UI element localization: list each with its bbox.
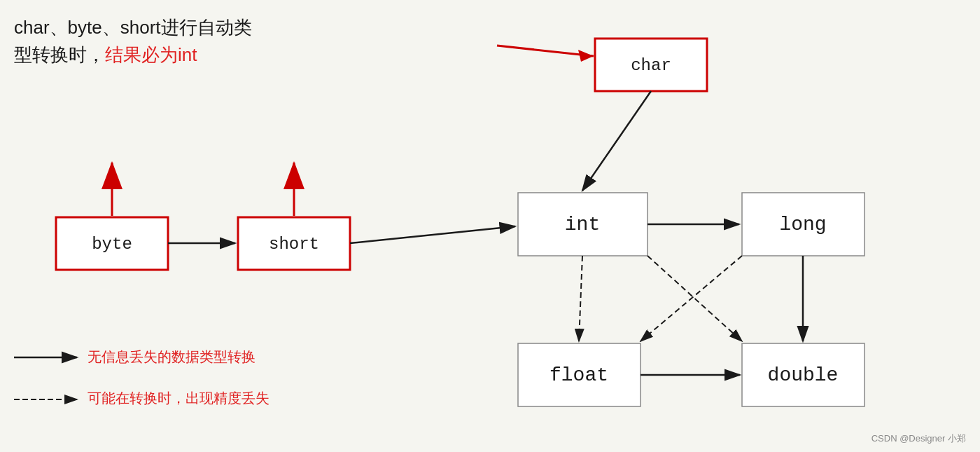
float-label: float — [550, 364, 608, 386]
legend-solid-label: 无信息丢失的数据类型转换 — [88, 348, 255, 367]
diagram-svg: char byte short int long float double — [0, 0, 980, 452]
long-label: long — [779, 214, 826, 235]
byte-label: byte — [92, 235, 132, 254]
short-label: short — [269, 235, 319, 254]
canvas: char、byte、short进行自动类 型转换时，结果必为int char b… — [0, 0, 980, 452]
arrow-short-int — [350, 226, 515, 243]
red-arrowhead-annotation — [578, 50, 594, 62]
legend-dashed-label: 可能在转换时，出现精度丢失 — [88, 389, 270, 408]
watermark: CSDN @Designer 小郑 — [872, 432, 966, 445]
char-label: char — [631, 56, 671, 75]
double-label: double — [768, 364, 839, 386]
arrow-int-float — [579, 256, 582, 341]
int-label: int — [565, 214, 600, 235]
arrow-char-int — [582, 91, 651, 191]
arrow-long-float — [640, 256, 742, 341]
